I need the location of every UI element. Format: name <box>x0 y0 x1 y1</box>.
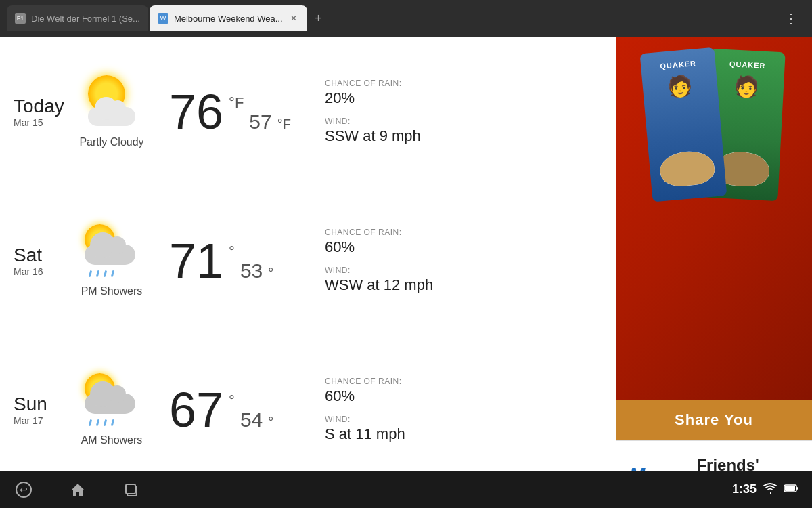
home-button[interactable] <box>68 480 88 500</box>
wind-detail-sat: WIND: WSW at 12 mph <box>325 266 595 294</box>
wind-detail-sun: WIND: S at 11 mph <box>325 415 595 443</box>
rain-label-today: CHANCE OF RAIN: <box>325 79 595 88</box>
details-section-sat: CHANCE OF RAIN: 60% WIND: WSW at 12 mph <box>304 228 595 294</box>
day-name-today: Today <box>14 96 68 117</box>
rain-value-sun: 60% <box>325 387 595 405</box>
cloud-icon-sun <box>85 394 135 414</box>
bowl-1 <box>659 149 716 188</box>
day-date-sun: Mar 17 <box>14 415 68 426</box>
bowl-content-1 <box>659 149 716 188</box>
day-name-sat: Sat <box>14 245 68 266</box>
condition-label-today: Partly Cloudy <box>79 136 143 148</box>
tab-weather[interactable]: W Melbourne Weekend Wea... ✕ <box>150 5 307 31</box>
temp-low-sat: 53 <box>240 259 263 282</box>
back-button[interactable]: ↩ <box>14 480 34 500</box>
time-display: 1:35 <box>732 482 757 496</box>
weather-content: Today Mar 15 Partly Cloudy 76 °F 57 °F <box>0 37 616 471</box>
weather-icon-today <box>81 75 142 129</box>
new-tab-button[interactable]: + <box>309 8 329 28</box>
tab-formel1[interactable]: F1 Die Welt der Formel 1 (Se... <box>7 5 148 31</box>
ad-content[interactable]: QUAKER 🧑 QUAKER 🧑 <box>616 37 812 400</box>
rain-drops-sun <box>89 419 114 426</box>
day-info-today: Today Mar 15 <box>14 96 68 128</box>
temp-unit-sat: ° <box>229 243 235 261</box>
rain-value-sat: 60% <box>325 238 595 256</box>
weather-icon-sat <box>81 224 142 278</box>
rain-drops-sat <box>89 270 114 277</box>
day-info-sat: Sat Mar 16 <box>14 245 68 277</box>
wifi-icon <box>763 482 777 497</box>
battery-icon <box>784 484 798 496</box>
temp-section-sun: 67 ° 54 ° <box>156 385 304 434</box>
rain-detail-today: CHANCE OF RAIN: 20% <box>325 79 595 107</box>
temp-section-today: 76 °F 57 °F <box>156 87 304 136</box>
wifi-svg <box>763 482 777 494</box>
temp-unit-today: °F <box>229 94 244 112</box>
battery-svg <box>784 484 798 493</box>
temp-high-today: 76 <box>169 87 223 136</box>
day-date-today: Mar 15 <box>14 117 68 128</box>
rain-label-sun: CHANCE OF RAIN: <box>325 377 595 386</box>
weather-row-sun: Sun Mar 17 AM Showers <box>0 335 616 471</box>
wind-label-sat: WIND: <box>325 266 595 275</box>
temp-low-today: 57 <box>249 110 271 133</box>
rain-drop-2 <box>96 270 99 276</box>
rain-drop-sun-2 <box>96 419 99 426</box>
details-section-today: CHANCE OF RAIN: 20% WIND: SSW at 9 mph <box>304 79 595 145</box>
recents-button[interactable] <box>122 480 142 500</box>
quaker-box-1: QUAKER 🧑 <box>640 47 727 203</box>
quaker-boxes-container: QUAKER 🧑 QUAKER 🧑 <box>633 37 795 207</box>
temp-unit-sun: ° <box>229 392 235 410</box>
back-arrow: ↩ <box>20 484 28 495</box>
weather-icon-container-sat: PM Showers <box>68 224 156 297</box>
ad-share-bar[interactable]: Share You <box>616 400 812 440</box>
day-date-sat: Mar 16 <box>14 266 68 277</box>
browser-chrome: F1 Die Welt der Formel 1 (Se... W Melbou… <box>0 0 812 37</box>
cloud-icon-sat <box>85 245 135 265</box>
quaker-figure-1: 🧑 <box>642 71 719 101</box>
status-bar-right: 1:35 <box>732 482 798 497</box>
temp-low-unit-today: °F <box>277 117 291 132</box>
weather-panel: Today Mar 15 Partly Cloudy 76 °F 57 °F <box>0 37 616 508</box>
rain-label-sat: CHANCE OF RAIN: <box>325 228 595 237</box>
rain-drop-4 <box>111 270 114 276</box>
rain-drop-3 <box>104 270 107 276</box>
rain-drop-sun-3 <box>104 419 107 426</box>
wind-value-today: SSW at 9 mph <box>325 127 595 145</box>
browser-menu-button[interactable]: ⋮ <box>777 10 805 26</box>
back-icon: ↩ <box>16 482 32 498</box>
share-label: Share You <box>675 411 753 429</box>
quaker-bowl-area-1 <box>647 128 727 202</box>
recents-icon <box>124 482 140 498</box>
day-name-sun: Sun <box>14 394 68 415</box>
tab-close-button[interactable]: ✕ <box>288 13 299 24</box>
weather-icon-container-today: Partly Cloudy <box>68 75 156 148</box>
tab-favicon-weather: W <box>158 13 168 24</box>
tab-label-weather: Melbourne Weekend Wea... <box>174 14 283 24</box>
temp-high-sun: 67 <box>169 385 223 434</box>
home-icon <box>70 482 86 498</box>
bottom-nav: ↩ 1:35 <box>0 471 812 508</box>
rain-drop-1 <box>89 270 92 276</box>
svg-rect-4 <box>785 486 795 491</box>
rain-drop-sun-1 <box>89 419 92 426</box>
tab-favicon-formel1: F1 <box>15 13 26 24</box>
temp-section-sat: 71 ° 53 ° <box>156 236 304 285</box>
weather-icon-sun <box>81 373 142 427</box>
condition-label-sun: AM Showers <box>81 434 143 446</box>
rain-detail-sat: CHANCE OF RAIN: 60% <box>325 228 595 256</box>
temp-low-unit-sun: ° <box>268 415 273 430</box>
temp-high-sat: 71 <box>169 236 223 285</box>
nav-buttons: ↩ <box>14 480 142 500</box>
wind-value-sat: WSW at 12 mph <box>325 276 595 294</box>
ad-panel: QUAKER 🧑 QUAKER 🧑 <box>616 37 812 508</box>
weather-row-sat: Sat Mar 16 PM Showers <box>0 186 616 335</box>
wind-label-sun: WIND: <box>325 415 595 424</box>
quaker-logo-2: QUAKER <box>710 59 784 71</box>
quaker-ad: QUAKER 🧑 QUAKER 🧑 <box>616 37 812 400</box>
content-area: Today Mar 15 Partly Cloudy 76 °F 57 °F <box>0 37 812 508</box>
tab-bar: F1 Die Welt der Formel 1 (Se... W Melbou… <box>7 0 777 37</box>
day-info-sun: Sun Mar 17 <box>14 394 68 426</box>
details-section-sun: CHANCE OF RAIN: 60% WIND: S at 11 mph <box>304 377 595 443</box>
rain-drop-sun-4 <box>111 419 114 426</box>
